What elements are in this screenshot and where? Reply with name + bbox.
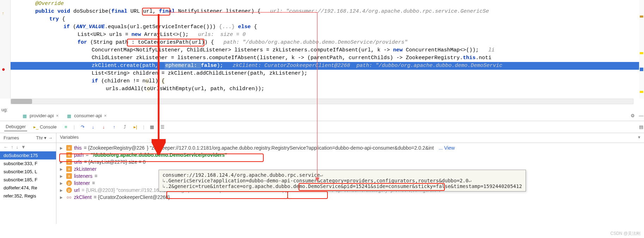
method-call: toCategoriesPath(url)	[138, 39, 204, 45]
code-editor[interactable]: ↑ ● @Override public void doSubscribe(fi…	[0, 0, 644, 99]
threads-icon[interactable]: ≡	[63, 124, 69, 130]
var-row[interactable]: ▶≡this = {ZookeeperRegistry@226} "zookee…	[56, 144, 644, 151]
tab-debugger[interactable]: Debugger	[4, 123, 27, 131]
layout-icon[interactable]: ▤	[638, 124, 644, 130]
horizontal-scrollbar[interactable]	[11, 99, 633, 104]
gutter: ↑ ●	[0, 0, 11, 99]
tab-console[interactable]: ▸_ Console	[32, 123, 58, 131]
frame-item[interactable]: doSubscribe:175	[0, 151, 56, 159]
var-row[interactable]: ▶≡urls = {ArrayList@2270} size = 0	[56, 158, 644, 165]
close-icon[interactable]: ×	[56, 113, 59, 118]
trace-icon[interactable]: ☰	[160, 124, 165, 130]
view-link[interactable]: ... View	[439, 145, 455, 151]
step-into-icon[interactable]: ↓	[90, 124, 96, 130]
current-line: zkClient.create(path, ephemeral: false);…	[11, 62, 644, 70]
override-icon: ↑	[2, 10, 4, 18]
evaluate-icon[interactable]: ▦	[149, 124, 155, 130]
run-icon: ▦	[23, 113, 27, 118]
filter-icon[interactable]: ▼	[21, 144, 26, 150]
prev-frame-icon[interactable]: ←	[4, 144, 8, 150]
marks-gutter	[639, 0, 644, 99]
run-to-cursor-icon[interactable]: ▸|	[133, 124, 138, 130]
frames-header: Frames	[4, 135, 19, 140]
tab-consumer-api[interactable]: ▦ consumer-api ×	[64, 111, 109, 121]
debug-label: ug:	[0, 106, 9, 114]
close-icon[interactable]: ×	[104, 113, 107, 118]
frame-item[interactable]: subscribe:185, F	[0, 176, 56, 184]
param-url: URL url	[130, 8, 153, 14]
step-over-icon[interactable]: ↷	[80, 124, 85, 130]
next-frame-icon[interactable]: ↑	[11, 144, 13, 150]
frame-item[interactable]: doRefer:474, Re	[0, 184, 56, 192]
panel-headers: FramesThr ▾ → Variables ▾	[0, 133, 644, 143]
tab-label: consumer-api	[74, 113, 102, 118]
chevron-down-icon[interactable]: ▾	[634, 133, 644, 143]
force-step-into-icon[interactable]: ↓	[101, 124, 106, 130]
variables-header: Variables	[56, 133, 82, 143]
frame-item[interactable]: subscribe:333, F	[0, 159, 56, 168]
drop-frame-icon[interactable]: ⤴	[122, 124, 128, 130]
var-row[interactable]: ▶օօzkClient = {CuratorZookeeperClient@22…	[56, 194, 644, 201]
tab-label: provider-api	[30, 113, 54, 118]
var-row-path[interactable]: ≡path = "/dubbo/org.apache.dubbo.demo.De…	[56, 151, 644, 158]
run-icon: ▦	[67, 113, 72, 118]
frame-item[interactable]: refer:352, Regis	[0, 192, 56, 200]
tab-provider-api[interactable]: ▦ provider-api ×	[20, 111, 61, 121]
minimize-icon[interactable]: —	[638, 113, 644, 119]
annotation: @Override	[35, 1, 64, 7]
watermark: CSDN @吴法刚	[610, 231, 640, 237]
variables-panel[interactable]: ▶≡this = {ZookeeperRegistry@226} "zookee…	[56, 143, 644, 224]
frame-item[interactable]: subscribe:105, L	[0, 168, 56, 176]
step-out-icon[interactable]: ↑	[111, 124, 117, 130]
value-tooltip: consumer://192.168.124.4/org.apache.dubb…	[159, 170, 526, 192]
breakpoint-icon[interactable]: ●	[2, 66, 5, 74]
frames-panel[interactable]: ← ↑ ↓ ▼ doSubscribe:175 subscribe:333, F…	[0, 143, 56, 224]
down-frame-icon[interactable]: ↓	[16, 144, 19, 150]
debug-tabs: ▦ provider-api × ▦ consumer-api × ⚙ —	[0, 111, 644, 121]
gear-icon[interactable]: ⚙	[630, 113, 636, 119]
debugger-toolbar: Debugger ▸_ Console ≡ | ↷ ↓ ↓ ↑ ⤴ ▸| | ▦…	[0, 121, 644, 133]
